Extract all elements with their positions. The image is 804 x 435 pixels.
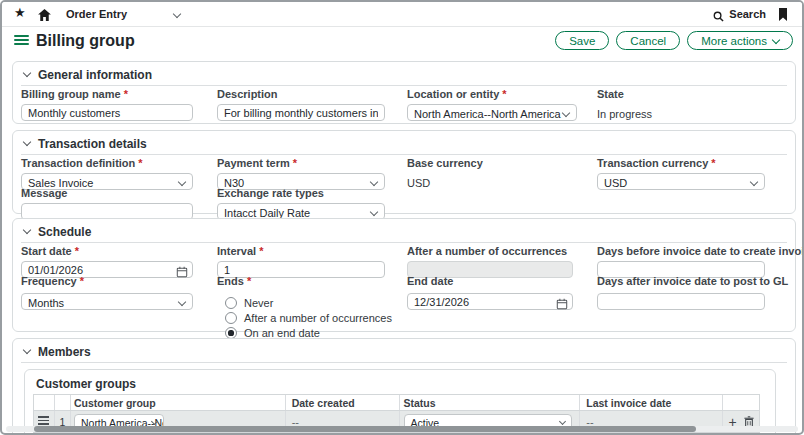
status-column-header: Status — [400, 395, 581, 410]
chevron-down-icon — [558, 418, 565, 425]
end-date-input[interactable] — [407, 293, 573, 310]
more-actions-button[interactable]: More actions — [687, 31, 793, 50]
record-list-icon[interactable] — [14, 35, 29, 48]
transaction-definition-label: Transaction definition — [21, 157, 193, 169]
billing-group-name-input[interactable] — [21, 104, 193, 121]
state-value: In progress — [597, 108, 652, 120]
collapse-chevron-icon[interactable] — [23, 346, 31, 354]
radio-icon[interactable] — [225, 312, 237, 324]
chevron-down-icon[interactable] — [173, 10, 181, 18]
collapse-chevron-icon[interactable] — [23, 138, 31, 146]
ends-radio-occurrences[interactable]: After a number of occurrences — [225, 312, 392, 324]
payment-term-label: Payment term — [217, 157, 385, 169]
chevron-down-icon — [750, 178, 758, 186]
horizontal-scrollbar-track[interactable] — [6, 426, 798, 432]
interval-label: Interval — [217, 245, 385, 257]
billing-group-name-label: Billing group name — [21, 88, 193, 100]
description-input[interactable] — [217, 104, 385, 121]
description-label: Description — [217, 88, 385, 100]
search-icon[interactable] — [713, 8, 724, 26]
add-row-icon[interactable]: + — [728, 417, 736, 427]
section-title: Members — [38, 345, 91, 359]
collapse-chevron-icon[interactable] — [23, 69, 31, 77]
customer-group-column-header: Customer group — [71, 395, 286, 410]
bookmark-icon[interactable] — [778, 7, 788, 25]
transaction-currency-label: Transaction currency — [597, 157, 765, 169]
occurrences-label: After a number of occurrences — [407, 245, 573, 257]
chevron-down-icon — [772, 35, 780, 43]
general-information-header[interactable]: General information — [21, 62, 787, 86]
actions-column-header — [723, 395, 759, 410]
general-information-section: General information Billing group name D… — [12, 61, 796, 124]
table-header-row: Customer group Date created Status Last … — [34, 395, 759, 411]
chevron-down-icon — [178, 178, 186, 186]
page-title: Billing group — [36, 32, 135, 50]
chevron-down-icon — [562, 109, 570, 117]
transaction-details-section: Transaction details Transaction definiti… — [12, 130, 796, 214]
base-currency-label: Base currency — [407, 157, 483, 169]
app-window: ★ Order Entry Search Billing group Save … — [0, 0, 804, 435]
page-header: Billing group Save Cancel More actions — [2, 27, 802, 57]
state-label: State — [597, 88, 652, 100]
customer-groups-title: Customer groups — [36, 377, 136, 391]
chevron-down-icon — [370, 178, 378, 186]
search-label[interactable]: Search — [729, 8, 766, 20]
location-or-entity-label: Location or entity — [407, 88, 577, 100]
days-before-invoice-label: Days before invoice date to create invoi… — [597, 245, 765, 257]
chevron-down-icon — [370, 208, 378, 216]
ends-label: Ends — [217, 275, 251, 287]
frequency-label: Frequency — [21, 275, 193, 287]
drag-column-header — [34, 395, 55, 410]
save-button[interactable]: Save — [555, 31, 609, 50]
transaction-details-header[interactable]: Transaction details — [21, 131, 787, 155]
base-currency-value: USD — [407, 177, 430, 189]
end-date-label: End date — [407, 275, 573, 287]
date-created-column-header: Date created — [286, 395, 400, 410]
frequency-select[interactable]: Months — [21, 293, 193, 310]
members-section: Members Customer groups Customer group D… — [12, 338, 796, 435]
section-title: Schedule — [38, 225, 91, 239]
members-header[interactable]: Members — [21, 339, 787, 363]
days-after-invoice-input[interactable] — [597, 293, 765, 310]
schedule-header[interactable]: Schedule — [21, 219, 787, 243]
horizontal-scrollbar-thumb[interactable] — [34, 426, 696, 432]
header-actions: Save Cancel More actions — [555, 31, 793, 50]
home-icon[interactable] — [38, 7, 51, 25]
last-invoice-date-column-header: Last invoice date — [580, 395, 723, 410]
start-date-label: Start date — [21, 245, 193, 257]
transaction-currency-select[interactable]: USD — [597, 173, 765, 190]
schedule-section: Schedule Start date Interval After a num… — [12, 218, 796, 332]
app-menu-order-entry[interactable]: Order Entry — [66, 8, 127, 20]
radio-icon[interactable] — [225, 297, 237, 309]
exchange-rate-types-label: Exchange rate types — [217, 187, 385, 199]
location-or-entity-select[interactable]: North America--North America — [407, 104, 577, 121]
row-number-column-header — [55, 395, 71, 410]
cancel-button[interactable]: Cancel — [616, 31, 680, 50]
top-navigation-bar: ★ Order Entry Search — [2, 2, 802, 27]
days-after-invoice-label: Days after invoice date to post to GL — [597, 275, 765, 287]
message-label: Message — [21, 187, 193, 199]
ends-radio-never[interactable]: Never — [225, 297, 273, 309]
collapse-chevron-icon[interactable] — [23, 226, 31, 234]
section-title: General information — [38, 68, 152, 82]
section-title: Transaction details — [38, 137, 147, 151]
chevron-down-icon — [178, 298, 186, 306]
favorite-star-icon[interactable]: ★ — [14, 6, 26, 20]
calendar-icon[interactable] — [556, 296, 568, 314]
